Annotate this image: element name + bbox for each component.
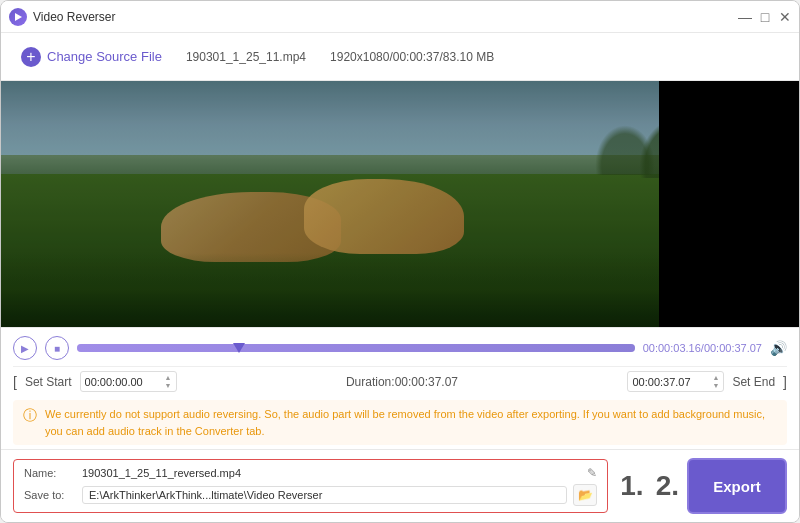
maximize-button[interactable]: □ — [759, 11, 771, 23]
start-down-arrow[interactable]: ▼ — [165, 382, 172, 389]
video-right-bar — [659, 81, 799, 327]
end-time-wrap: ▲ ▼ Set End ] — [627, 371, 787, 392]
save-row: Save to: 📂 — [24, 484, 597, 506]
end-down-arrow[interactable]: ▼ — [712, 382, 719, 389]
right-bracket: ] — [783, 374, 787, 390]
save-path-input[interactable] — [82, 486, 567, 504]
set-end-label: Set End — [732, 375, 775, 389]
end-time-spinner[interactable]: ▲ ▼ — [712, 374, 719, 389]
warning-banner: ⓘ We currently do not support audio reve… — [13, 400, 787, 445]
start-time-input-wrap[interactable]: ▲ ▼ — [80, 371, 177, 392]
time-display: 00:00:03.16/00:00:37.07 — [643, 342, 762, 354]
volume-icon[interactable]: 🔊 — [770, 340, 787, 356]
bottom-bar: Name: 190301_1_25_11_reversed.mp4 ✎ Save… — [1, 449, 799, 522]
output-name: 190301_1_25_11_reversed.mp4 — [82, 467, 581, 479]
minimize-button[interactable]: — — [739, 11, 751, 23]
step2-wrap: 2. Export — [656, 458, 787, 514]
output-fields: Name: 190301_1_25_11_reversed.mp4 ✎ Save… — [13, 459, 608, 513]
set-start-label: Set Start — [25, 375, 72, 389]
close-button[interactable]: ✕ — [779, 11, 791, 23]
warning-text: We currently do not support audio revers… — [45, 406, 777, 439]
change-source-label: Change Source File — [47, 49, 162, 64]
video-preview — [1, 81, 799, 327]
svg-marker-0 — [15, 13, 22, 21]
toolbar: + Change Source File 190301_1_25_11.mp4 … — [1, 33, 799, 81]
name-row: Name: 190301_1_25_11_reversed.mp4 ✎ — [24, 466, 597, 480]
stop-button[interactable]: ■ — [45, 336, 69, 360]
browse-folder-button[interactable]: 📂 — [573, 484, 597, 506]
main-window: Video Reverser — □ ✕ + Change Source Fil… — [0, 0, 800, 523]
export-button[interactable]: Export — [687, 458, 787, 514]
timeline-handle[interactable] — [233, 343, 245, 353]
step1-number: 1. — [620, 472, 643, 500]
start-time-input[interactable] — [85, 376, 165, 388]
play-icon: ▶ — [21, 343, 29, 354]
step2-number: 2. — [656, 472, 679, 500]
save-label: Save to: — [24, 489, 76, 501]
trim-row: [ Set Start ▲ ▼ Duration:00:00:37.07 ▲ ▼ — [13, 366, 787, 396]
bottom-row: Name: 190301_1_25_11_reversed.mp4 ✎ Save… — [13, 458, 787, 514]
duration-label: Duration:00:00:37.07 — [185, 375, 620, 389]
folder-icon: 📂 — [578, 488, 593, 502]
window-controls: — □ ✕ — [739, 11, 791, 23]
step1-label: 1. — [620, 472, 643, 500]
warning-icon: ⓘ — [23, 407, 37, 425]
controls-bar: ▶ ■ 00:00:03.16/00:00:37.07 🔊 [ Set Star… — [1, 327, 799, 449]
plus-icon: + — [21, 47, 41, 67]
play-button[interactable]: ▶ — [13, 336, 37, 360]
name-label: Name: — [24, 467, 76, 479]
timeline[interactable] — [77, 338, 635, 358]
end-time-input[interactable] — [632, 376, 712, 388]
end-time-input-wrap[interactable]: ▲ ▼ — [627, 371, 724, 392]
file-details: 1920x1080/00:00:37/83.10 MB — [330, 50, 494, 64]
total-time: 00:00:37.07 — [704, 342, 762, 354]
file-info: 190301_1_25_11.mp4 1920x1080/00:00:37/83… — [186, 50, 494, 64]
current-time: 00:00:03.16 — [643, 342, 701, 354]
file-name: 190301_1_25_11.mp4 — [186, 50, 306, 64]
app-icon — [9, 8, 27, 26]
start-time-spinner[interactable]: ▲ ▼ — [165, 374, 172, 389]
change-source-button[interactable]: + Change Source File — [13, 43, 170, 71]
start-up-arrow[interactable]: ▲ — [165, 374, 172, 381]
playback-row: ▶ ■ 00:00:03.16/00:00:37.07 🔊 — [13, 336, 787, 360]
window-title: Video Reverser — [33, 10, 739, 24]
left-bracket: [ — [13, 374, 17, 390]
title-bar: Video Reverser — □ ✕ — [1, 1, 799, 33]
timeline-fill — [77, 344, 635, 352]
timeline-track — [77, 344, 635, 352]
stop-icon: ■ — [54, 343, 60, 354]
end-up-arrow[interactable]: ▲ — [712, 374, 719, 381]
edit-name-icon[interactable]: ✎ — [587, 466, 597, 480]
